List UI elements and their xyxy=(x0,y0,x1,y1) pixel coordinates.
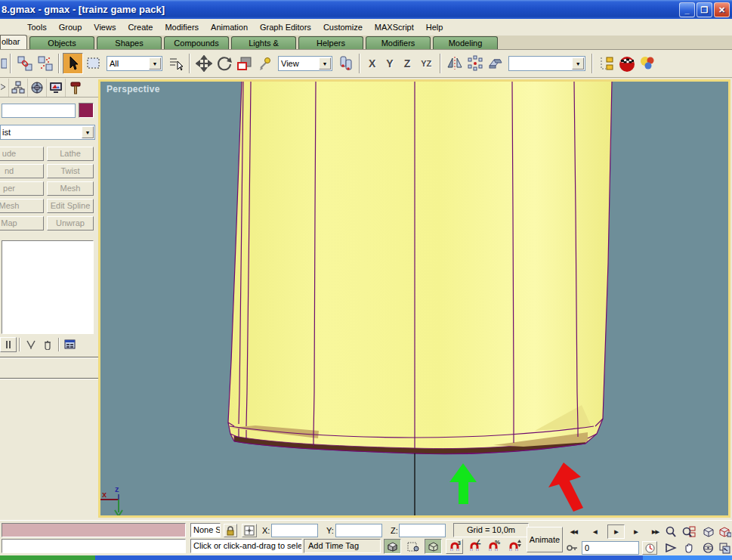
reference-coordinate-dropdown[interactable]: View ▼ xyxy=(278,56,332,71)
modifier-button-clipped[interactable]: Mesh xyxy=(0,199,44,213)
goto-start-button[interactable]: ◀◀ xyxy=(565,524,582,539)
modifier-stack-list[interactable] xyxy=(2,240,94,334)
set-key-button[interactable] xyxy=(565,541,579,555)
chevron-down-icon[interactable]: ▼ xyxy=(572,57,584,70)
align-icon[interactable] xyxy=(596,53,616,74)
menu-item[interactable]: Modifiers xyxy=(159,20,205,34)
select-and-move-icon[interactable] xyxy=(193,53,214,74)
modify-tab-icon[interactable] xyxy=(0,79,9,97)
display-tab-icon[interactable] xyxy=(47,79,66,97)
material-editor-icon[interactable] xyxy=(637,53,657,74)
toolbar-tab[interactable]: Objects xyxy=(29,36,94,49)
render-icon[interactable] xyxy=(616,53,637,74)
time-configuration-button[interactable] xyxy=(642,541,657,555)
chevron-down-icon[interactable]: ▼ xyxy=(149,57,161,70)
chevron-down-icon[interactable]: ▼ xyxy=(82,126,94,138)
field-of-view-button[interactable] xyxy=(663,540,679,555)
axis-constraint-plane-button[interactable]: YZ xyxy=(415,57,437,70)
taskbar-active-button-sliver[interactable] xyxy=(643,555,732,560)
modifier-button[interactable]: Edit Spline xyxy=(47,199,94,213)
modifier-button-clipped[interactable]: per xyxy=(0,181,44,196)
toolbar-tab[interactable]: Modifiers xyxy=(366,36,431,49)
current-frame-field[interactable] xyxy=(582,541,639,555)
toolbar-tab[interactable]: Helpers xyxy=(298,36,363,49)
select-by-name-icon[interactable] xyxy=(165,53,186,74)
track-bar[interactable] xyxy=(2,523,186,537)
selection-set-display[interactable]: None S xyxy=(190,523,221,537)
modifier-button-clipped[interactable]: Map xyxy=(0,216,44,230)
menu-item[interactable]: Help xyxy=(420,20,449,34)
coord-z-field[interactable] xyxy=(399,524,446,537)
select-object-icon[interactable] xyxy=(63,53,83,74)
zoom-button[interactable] xyxy=(663,524,679,539)
percent-snap-toggle[interactable]: % xyxy=(484,539,502,554)
named-selection-dropdown[interactable]: ▼ xyxy=(508,56,585,71)
arc-rotate-button[interactable] xyxy=(700,540,716,555)
menu-item[interactable]: Views xyxy=(88,20,122,34)
snap-3d-toggle[interactable]: 3 xyxy=(446,539,463,554)
snap-to-grid-toggle[interactable] xyxy=(404,539,422,554)
remove-modifier-icon[interactable] xyxy=(39,337,56,352)
object-name-field[interactable] xyxy=(2,104,76,118)
menu-item[interactable]: Animation xyxy=(205,20,254,34)
previous-frame-button[interactable]: ◀ xyxy=(586,524,604,539)
modifier-button[interactable]: Mesh Select xyxy=(47,181,94,196)
title-bar[interactable]: 8.gmax - gmax - [trainz game pack] _ ❐ ✕ xyxy=(0,0,732,19)
clipped-toolbar-icon[interactable] xyxy=(0,53,7,74)
play-button[interactable]: ▶ xyxy=(607,524,625,539)
selection-lock-toggle[interactable] xyxy=(224,524,237,537)
menu-item[interactable]: MAXScript xyxy=(369,20,420,34)
modifier-button-clipped[interactable]: ude xyxy=(0,147,44,161)
zoom-extents-button[interactable] xyxy=(700,524,716,539)
modifier-button[interactable]: Unwrap UVW xyxy=(47,216,94,230)
pin-stack-icon[interactable] xyxy=(0,337,17,352)
chevron-down-icon[interactable]: ▼ xyxy=(319,57,331,70)
modifier-button-clipped[interactable]: nd xyxy=(0,164,44,178)
draft-render-toggle[interactable] xyxy=(384,539,401,554)
menu-item[interactable]: Group xyxy=(53,20,88,34)
menu-item[interactable]: Create xyxy=(122,20,159,34)
unlink-selection-icon[interactable] xyxy=(35,53,55,74)
animate-button[interactable]: Animate xyxy=(527,527,563,552)
viewport-label[interactable]: Perspective xyxy=(107,84,160,94)
goto-end-button[interactable]: ▶▶ xyxy=(647,524,664,539)
restore-button[interactable]: ❐ xyxy=(696,2,712,17)
rectangular-selection-region-icon[interactable] xyxy=(83,53,103,74)
absolute-mode-transform-toggle[interactable] xyxy=(242,524,257,537)
modifier-button[interactable]: Twist xyxy=(47,164,94,178)
named-selection-sets-icon[interactable] xyxy=(485,53,505,74)
start-button-sliver[interactable] xyxy=(0,555,95,560)
utilities-tab-icon[interactable] xyxy=(66,79,85,97)
show-end-result-icon[interactable] xyxy=(23,337,39,352)
use-pivot-point-center-icon[interactable] xyxy=(335,53,356,74)
close-button[interactable]: ✕ xyxy=(714,2,730,17)
toolbar-tab[interactable]: Compounds xyxy=(164,36,229,49)
menu-item[interactable]: Graph Editors xyxy=(254,20,317,34)
select-and-link-icon[interactable] xyxy=(14,53,35,74)
degradation-override-toggle[interactable] xyxy=(425,539,442,554)
coord-y-field[interactable] xyxy=(335,524,382,537)
modifier-list-dropdown[interactable]: ist ▼ xyxy=(0,125,95,140)
zoom-extents-all-button[interactable] xyxy=(716,524,732,539)
hierarchy-tab-icon[interactable] xyxy=(9,79,28,97)
min-max-toggle-button[interactable] xyxy=(716,540,732,555)
minimize-button[interactable]: _ xyxy=(679,2,695,17)
toolbar-tab[interactable]: Lights & Cameras xyxy=(231,36,296,49)
array-icon[interactable] xyxy=(465,53,485,74)
spinner-snap-toggle[interactable] xyxy=(505,539,522,554)
zoom-all-button[interactable] xyxy=(681,524,697,539)
configure-modifier-sets-icon[interactable] xyxy=(62,337,79,352)
toolbar-tab[interactable]: Shapes xyxy=(97,36,162,49)
select-and-scale-icon[interactable] xyxy=(234,53,255,74)
viewport-canvas[interactable]: x z xyxy=(100,82,728,515)
coord-x-field[interactable] xyxy=(271,524,318,537)
next-frame-button[interactable]: ▶ xyxy=(627,524,644,539)
axis-constraint-y-button[interactable]: Y xyxy=(381,56,398,71)
select-and-manipulate-icon[interactable] xyxy=(255,53,275,74)
object-color-swatch[interactable] xyxy=(79,103,94,118)
axis-constraint-z-button[interactable]: Z xyxy=(399,56,416,71)
menu-item[interactable]: Customize xyxy=(317,20,369,34)
toolbar-tab[interactable]: Modeling xyxy=(433,36,498,49)
selection-filter-dropdown[interactable]: All ▼ xyxy=(107,56,162,71)
modifier-button[interactable]: Lathe xyxy=(47,147,94,161)
